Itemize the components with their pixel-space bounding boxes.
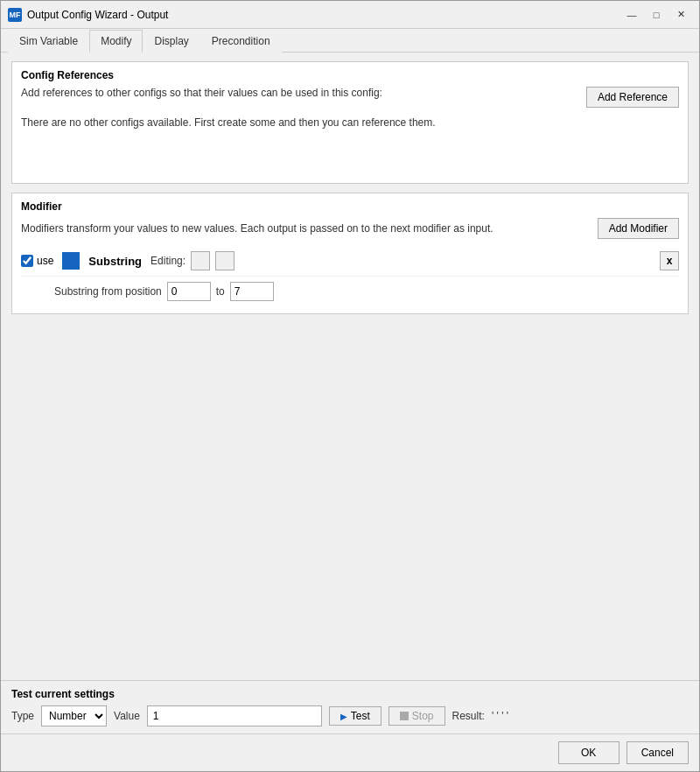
- add-reference-button[interactable]: Add Reference: [586, 87, 679, 108]
- modifier-name: Substring: [88, 255, 142, 268]
- use-checkbox[interactable]: [21, 255, 33, 267]
- minimize-button[interactable]: —: [620, 5, 643, 25]
- tabs-bar: Sim Variable Modify Display Precondition: [1, 29, 699, 53]
- modifier-header: Modifiers transform your values to new v…: [21, 218, 679, 239]
- substring-row: Substring from position to: [21, 277, 679, 306]
- test-button[interactable]: ▶ Test: [329, 706, 382, 726]
- close-button[interactable]: ✕: [669, 5, 692, 25]
- delete-modifier-button[interactable]: x: [660, 251, 679, 270]
- cancel-button[interactable]: Cancel: [626, 741, 689, 764]
- modifier-item-row: use Substring Editing: x: [21, 246, 679, 277]
- test-button-label: Test: [351, 710, 370, 722]
- tab-precondition[interactable]: Precondition: [200, 30, 282, 53]
- modifier-section-title: Modifier: [21, 200, 679, 213]
- play-icon: ▶: [340, 712, 347, 721]
- app-icon: MF: [8, 8, 22, 22]
- test-settings-section: Test current settings Type Number String…: [1, 680, 699, 733]
- add-modifier-button[interactable]: Add Modifier: [598, 218, 679, 239]
- type-select[interactable]: Number String Boolean: [41, 705, 107, 726]
- substring-from-label: Substring from position: [54, 285, 162, 298]
- stop-button-label: Stop: [412, 710, 434, 722]
- spacer: [11, 323, 689, 671]
- stop-icon: [400, 712, 409, 720]
- use-label: use: [37, 255, 53, 267]
- config-references-title: Config References: [21, 69, 679, 81]
- type-label: Type: [11, 710, 34, 722]
- tab-modify[interactable]: Modify: [89, 30, 143, 53]
- title-bar: MF Output Config Wizard - Output — □ ✕: [1, 1, 699, 29]
- modifier-desc: Modifiers transform your values to new v…: [21, 222, 598, 235]
- stop-button[interactable]: Stop: [388, 706, 445, 726]
- editing-area: Editing:: [150, 251, 651, 270]
- no-configs-message: There are no other configs available. Fi…: [21, 113, 679, 132]
- title-bar-left: MF Output Config Wizard - Output: [8, 8, 168, 22]
- config-references-desc: Add references to other configs so that …: [21, 87, 586, 99]
- tab-display[interactable]: Display: [143, 30, 200, 53]
- config-references-section: Config References Add references to othe…: [11, 61, 689, 184]
- content-area: Config References Add references to othe…: [1, 53, 699, 680]
- editing-label: Editing:: [150, 255, 186, 267]
- ok-button[interactable]: OK: [558, 741, 620, 764]
- modifier-section: Modifier Modifiers transform your values…: [11, 193, 689, 314]
- substring-from-input[interactable]: [167, 282, 211, 301]
- ok-cancel-bar: OK Cancel: [1, 733, 699, 771]
- main-window: MF Output Config Wizard - Output — □ ✕ S…: [0, 0, 700, 772]
- config-references-header: Add references to other configs so that …: [21, 87, 679, 108]
- title-bar-controls: — □ ✕: [620, 5, 692, 25]
- substring-to-label: to: [216, 285, 225, 298]
- tab-sim-variable[interactable]: Sim Variable: [8, 30, 89, 53]
- test-row: Type Number String Boolean Value ▶ Test …: [11, 705, 689, 726]
- test-settings-title: Test current settings: [11, 688, 689, 700]
- result-label: Result:: [452, 710, 485, 722]
- edit-box-1[interactable]: [191, 251, 210, 270]
- modifier-color-block: [62, 252, 80, 270]
- substring-to-input[interactable]: [230, 282, 274, 301]
- window-title: Output Config Wizard - Output: [27, 9, 168, 21]
- use-checkbox-group: use: [21, 255, 53, 267]
- value-label: Value: [114, 710, 140, 722]
- maximize-button[interactable]: □: [645, 5, 668, 25]
- edit-box-2[interactable]: [215, 251, 234, 270]
- result-value: ' ' ' ': [492, 710, 508, 722]
- value-input[interactable]: [147, 705, 322, 726]
